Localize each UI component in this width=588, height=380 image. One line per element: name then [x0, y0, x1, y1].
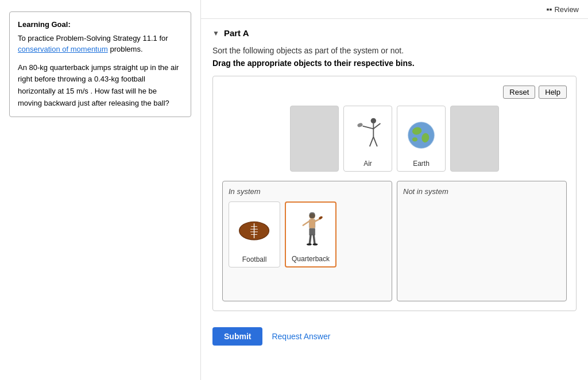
- part-a-title: Part A: [224, 28, 249, 38]
- learning-goal-description: To practice Problem-Solving Strategy 11.…: [18, 33, 183, 55]
- review-bar: ▪▪ Review: [201, 0, 588, 19]
- cards-row: Air Earth: [222, 106, 567, 172]
- football-card-image: [231, 207, 277, 255]
- not-in-system-bin[interactable]: Not in system: [397, 181, 567, 301]
- in-system-bin[interactable]: In system: [222, 181, 392, 301]
- qb-card-label: Quarterback: [292, 255, 330, 263]
- submit-button[interactable]: Submit: [212, 327, 262, 346]
- blank-card-2[interactable]: [450, 106, 499, 172]
- problem-text: An 80-kg quarterback jumps straight up i…: [18, 62, 183, 110]
- quarterback-card[interactable]: Quarterback: [285, 201, 336, 267]
- learning-goal-suffix: problems.: [110, 45, 142, 53]
- svg-point-28: [307, 243, 312, 246]
- blank-card-1[interactable]: [290, 106, 339, 172]
- svg-line-5: [373, 137, 377, 146]
- football-card-label: Football: [242, 255, 267, 263]
- earth-card[interactable]: Earth: [397, 106, 446, 172]
- review-label: Review: [554, 5, 579, 14]
- svg-line-3: [373, 123, 380, 129]
- review-icon: ▪▪: [546, 5, 552, 14]
- instruction-text: Sort the following objects as part of th…: [212, 46, 577, 55]
- football-svg: [237, 218, 272, 244]
- learning-goal-title: Learning Goal:: [18, 19, 183, 30]
- reset-button[interactable]: Reset: [503, 86, 535, 99]
- bottom-actions: Submit Request Answer: [201, 320, 588, 352]
- svg-point-10: [412, 137, 417, 141]
- svg-line-22: [303, 221, 310, 225]
- air-card-image: [346, 111, 389, 160]
- svg-line-27: [314, 235, 315, 244]
- part-a-header: ▼ Part A: [212, 28, 577, 38]
- bins-row: In system: [222, 181, 567, 301]
- review-link[interactable]: ▪▪ Review: [546, 5, 579, 14]
- svg-line-4: [369, 137, 373, 146]
- in-system-cards: Football: [229, 201, 386, 267]
- svg-point-6: [357, 122, 363, 127]
- not-in-system-label: Not in system: [403, 187, 560, 196]
- conservation-of-momentum-link[interactable]: conservation of momentum: [18, 45, 108, 53]
- svg-line-2: [362, 126, 373, 129]
- earth-card-image: [400, 111, 443, 160]
- sidebar: Learning Goal: To practice Problem-Solvi…: [0, 0, 201, 380]
- in-system-label: In system: [229, 187, 386, 196]
- football-card[interactable]: Football: [229, 201, 280, 267]
- air-card[interactable]: Air: [343, 106, 392, 172]
- air-figure-svg: [354, 115, 382, 156]
- earth-svg: [405, 119, 437, 151]
- svg-line-26: [310, 235, 311, 244]
- svg-rect-25: [309, 228, 315, 235]
- svg-point-0: [370, 118, 376, 123]
- drag-area: Reset Help: [212, 76, 577, 311]
- part-a-arrow: ▼: [212, 29, 219, 37]
- instruction-bold: Drag the appropriate objects to their re…: [212, 59, 577, 68]
- qb-svg: [296, 211, 325, 251]
- learning-goal-text: To practice Problem-Solving Strategy 11.…: [18, 34, 168, 42]
- drag-area-header: Reset Help: [222, 86, 567, 99]
- request-answer-link[interactable]: Request Answer: [272, 332, 330, 341]
- svg-point-29: [313, 243, 318, 246]
- qb-card-image: [288, 207, 333, 255]
- learning-goal-box: Learning Goal: To practice Problem-Solvi…: [9, 11, 191, 117]
- part-a-section: ▼ Part A Sort the following objects as p…: [201, 19, 588, 320]
- air-card-label: Air: [363, 160, 372, 168]
- main-content: ▪▪ Review ▼ Part A Sort the following ob…: [201, 0, 588, 380]
- help-button[interactable]: Help: [539, 86, 567, 99]
- earth-card-label: Earth: [413, 160, 430, 168]
- svg-rect-20: [309, 219, 315, 228]
